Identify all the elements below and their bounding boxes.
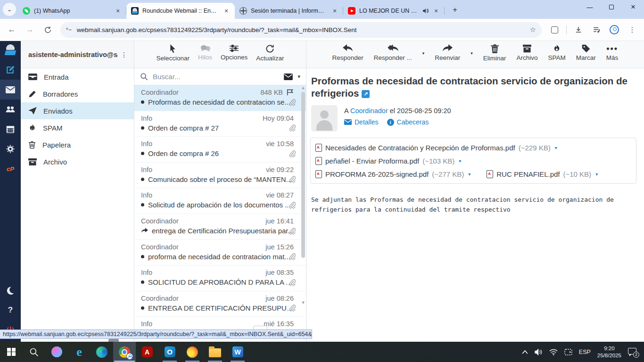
window-restore-button[interactable] [601,0,622,14]
attachment-menu-caret-icon[interactable]: ▾ [555,145,557,150]
attachment-item[interactable]: RUC PENAFIEL.pdf (~10 KB) ▾ [487,167,598,181]
options-button[interactable]: Opciones [218,44,250,61]
spam-button[interactable]: SPAM [545,44,569,61]
notifications-button[interactable]: 2 [628,348,638,356]
folder-enviados[interactable]: Enviados [21,102,134,119]
wifi-icon[interactable] [549,349,558,355]
attachment-item[interactable]: PROFORMA 26-2025-signed.pdf (~277 KB) ▾ [315,167,471,181]
forward-icon[interactable]: → [22,22,38,38]
details-link[interactable]: Detalles [344,118,379,126]
downloads-icon[interactable] [570,22,586,38]
settings-gear-icon[interactable] [0,139,21,159]
file-explorer-button[interactable] [204,342,226,362]
extensions-icon[interactable] [546,22,562,38]
folder-spam[interactable]: SPAM [21,119,134,136]
browser-menu-icon[interactable]: ⋮ [624,22,640,38]
scroll-down-icon[interactable]: ▼ [300,300,306,306]
message-list-item[interactable]: Info vie 10:58 Orden de compra # 26 [134,137,306,163]
delete-button[interactable]: Eliminar [480,44,509,62]
mail-icon[interactable] [0,80,21,99]
message-list-item[interactable]: Info jue 08:35 SOLICITUD DE APROBACIÓN D… [134,265,306,291]
folder-papelera[interactable]: Papelera [21,136,134,153]
attachment-item[interactable]: peñafiel - Enviar Proforma.pdf (~103 KB)… [315,154,461,167]
open-in-new-window-icon[interactable]: ↗ [362,90,370,98]
help-icon[interactable]: ? [0,300,21,320]
taskbar-search-button[interactable] [23,342,45,362]
refresh-button[interactable]: Actualizar [253,44,287,62]
dark-mode-moon-icon[interactable] [0,280,21,300]
word-button[interactable]: W [226,342,249,362]
contacts-icon[interactable] [0,99,21,119]
acrobat-button[interactable]: A [136,342,158,362]
archive-button[interactable]: Archivo [514,44,541,61]
headers-link[interactable]: i Cabeceras [387,118,429,126]
attachment-item[interactable]: Necesidades de Contratación y Recepción … [315,141,557,154]
window-close-button[interactable]: × [622,0,644,14]
display-cast-icon[interactable] [564,349,572,355]
volume-icon[interactable] [535,349,543,355]
taskbar-clock[interactable]: 9:20 25/8/2025 [597,345,621,359]
message-list-item[interactable]: Coordinador jue 16:41 entrega de Certifi… [134,214,306,240]
reply-button[interactable]: Responder [330,44,366,61]
bookmark-star-icon[interactable]: ☆ [530,25,536,34]
more-button[interactable]: ••• Más [603,44,621,61]
back-icon[interactable]: ← [4,22,20,38]
window-minimize-button[interactable]: — [579,0,601,14]
attachment-menu-caret-icon[interactable]: ▾ [468,172,471,177]
message-list-item[interactable]: Coordinador jue 15:26 proforma de necesi… [134,240,306,266]
calendar-icon[interactable] [0,119,21,139]
tab-youtube[interactable]: LO MEJOR DE UN CORAZÓ × [343,3,445,19]
tab-session[interactable]: Sesión terminada | Informes Me × [235,3,343,19]
outlook-button[interactable]: O [158,342,181,362]
reply-all-caret-icon[interactable]: ▾ [420,44,428,56]
search-bar[interactable]: Buscar... ▾ [134,68,306,85]
forward-caret-icon[interactable]: ▾ [468,44,476,56]
profile-icon[interactable] [606,22,622,38]
start-button[interactable] [0,342,23,362]
scroll-thumb[interactable] [301,92,305,258]
compose-icon[interactable] [0,60,21,80]
tray-chevron-icon[interactable] [522,350,528,354]
cpanel-icon[interactable]: cP [0,159,21,179]
attachment-menu-caret-icon[interactable]: ▾ [595,172,598,177]
message-list-item[interactable]: Info vie 09:22 Comunicado sobre el proce… [134,163,306,189]
message-list-item[interactable]: Coordinador jue 08:26 ENTREGA DE CERTIFI… [134,291,306,317]
tab-audio-icon[interactable] [422,8,429,14]
recipient-link[interactable]: Coordinador [350,107,388,115]
forward-button[interactable]: Reenviar [432,44,463,61]
scroll-up-icon[interactable]: ▲ [300,85,306,91]
new-tab-button[interactable]: + [448,3,462,16]
folder-entrada[interactable]: Entrada [21,68,134,85]
search-placeholder[interactable]: Buscar... [153,73,279,81]
search-options-chevron-icon[interactable]: ▾ [297,74,300,80]
tab-roundcube[interactable]: Roundcube Webmail :: Enviados × [126,3,235,19]
media-controls-icon[interactable] [588,22,604,38]
reload-icon[interactable] [40,22,56,38]
language-indicator[interactable]: ESP [579,349,591,355]
tab-close-icon[interactable]: × [223,7,230,15]
site-settings-icon[interactable]: °− [66,27,72,33]
edge-button[interactable] [91,342,113,362]
chrome-button[interactable] [113,342,136,362]
search-scope-icon[interactable] [284,74,293,80]
attachment-name[interactable]: peñafiel - Enviar Proforma.pdf [325,157,419,165]
list-scrollbar[interactable]: ▲ ▼ [300,85,306,326]
internet-explorer-button[interactable]: e [68,342,91,362]
message-list-item[interactable]: Info vie 08:27 Solicitud de aprobación d… [134,188,306,214]
reply-all-button[interactable]: Responder ... [371,44,415,61]
tab-whatsapp[interactable]: (1) WhatsApp × [18,3,126,19]
tab-search-chevron-icon[interactable]: ⌄ [3,3,16,16]
attachment-menu-caret-icon[interactable]: ▾ [459,158,461,164]
folder-archivo[interactable]: Archivo [21,153,134,170]
copilot-button[interactable] [45,342,68,362]
message-list-item[interactable]: Info Hoy 09:04 Orden de compra # 27 [134,111,306,137]
message-list-item[interactable]: Coordinador 848 KB Proformas de necesida… [134,85,306,111]
mark-button[interactable]: Marcar [573,44,599,61]
select-button[interactable]: Seleccionar [154,44,193,62]
tab-close-icon[interactable]: × [432,7,440,15]
threads-button[interactable]: Hilos [195,44,215,61]
address-bar[interactable]: °− webmail.sanjuan.gob.ec/cpsess78312492… [60,22,542,38]
attachment-name[interactable]: Necesidades de Contratación y Recepción … [325,144,515,152]
folder-borradores[interactable]: Borradores [21,85,134,102]
tab-close-icon[interactable]: × [331,7,339,15]
